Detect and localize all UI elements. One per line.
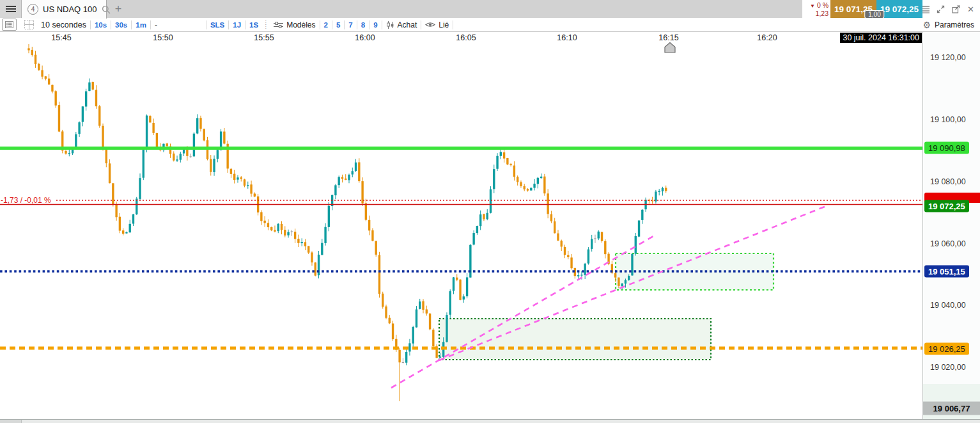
candle-body (621, 283, 623, 286)
candle-body (139, 178, 141, 199)
candle-body (324, 227, 326, 243)
layout-grid-icon[interactable] (24, 20, 34, 29)
candle-body (41, 70, 43, 77)
candle-body (54, 91, 56, 105)
tab-title: US NDAQ 100 (43, 4, 97, 14)
candle-body (412, 327, 414, 344)
settings-button[interactable]: ⚙ Paramètres (922, 20, 980, 30)
candle-body (533, 184, 535, 188)
indicator-number-5[interactable]: 5 (336, 21, 340, 29)
indicator-number-7[interactable]: 7 (348, 21, 352, 29)
candle-body (297, 239, 299, 243)
candle-body (402, 362, 404, 363)
candle-body (119, 217, 121, 231)
tf-shortcut-30s[interactable]: 30s (115, 21, 127, 29)
models-button[interactable]: Modèles (286, 20, 315, 29)
candle-body (35, 55, 36, 64)
period-shortcut-1S[interactable]: 1S (249, 21, 258, 29)
candle-body (210, 159, 212, 172)
price-badge-session-low: 19 006,77 (923, 402, 980, 415)
tab-number-badge: 4 (27, 4, 38, 15)
tf-shortcut-10s[interactable]: 10s (95, 21, 107, 29)
candlestick-chart[interactable] (0, 32, 922, 419)
candle-body (483, 214, 485, 219)
demand-zone-low-fill (439, 319, 711, 360)
period-shortcuts: SLS1J1S (210, 20, 258, 29)
indicator-number-9[interactable]: 9 (373, 21, 377, 29)
candle-body (129, 224, 131, 232)
main-menu-button[interactable] (0, 0, 22, 18)
candle-body (334, 185, 336, 195)
candle-body (577, 275, 579, 276)
candle-body (446, 315, 447, 342)
price-badge-support-navy[interactable]: 19 051,15 (924, 266, 969, 278)
candle-body (352, 171, 354, 174)
period-shortcut-SLS[interactable]: SLS (210, 21, 224, 29)
search-icon[interactable] (102, 5, 111, 14)
candle-body (233, 174, 235, 180)
candle-body (453, 277, 455, 291)
value-list-button[interactable] (2, 19, 17, 31)
candle-body (166, 143, 168, 146)
time-tick-16:15: 16:15 (658, 33, 678, 42)
new-tab-button[interactable]: + (110, 1, 127, 17)
candle-body (604, 241, 606, 254)
candle-body (149, 116, 151, 122)
candle-body (189, 156, 191, 157)
candle-body (51, 85, 53, 92)
candle-body (48, 79, 50, 84)
candle-body (463, 296, 465, 299)
candle-body (78, 122, 80, 134)
buy-button[interactable]: Achat (398, 20, 417, 29)
stacked-lines-icon[interactable] (922, 5, 929, 13)
indicator-number-2[interactable]: 2 (324, 21, 328, 29)
close-icon[interactable]: ✕ (967, 5, 974, 13)
candle-body (58, 105, 60, 131)
candle-body (109, 163, 111, 183)
candle-body (641, 210, 643, 220)
linked-button[interactable]: Lié (439, 20, 449, 29)
timeframe-current[interactable]: 10 secondes (41, 20, 86, 29)
price-badge-resistance-green[interactable]: 19 090,98 (924, 141, 969, 154)
tf-shortcut--[interactable]: - (155, 20, 157, 29)
candle-body (580, 275, 582, 275)
candle-body (509, 164, 511, 165)
candle-body (156, 133, 158, 147)
position-marker[interactable] (665, 43, 675, 53)
candle-body (315, 262, 316, 275)
candle-body (196, 118, 198, 133)
candle-body (665, 188, 667, 191)
candlestick-icon (386, 20, 394, 29)
candle-body (557, 234, 559, 241)
candle-body (405, 352, 407, 363)
candle-body (82, 106, 84, 122)
candle-body (244, 179, 245, 186)
detach-window-icon[interactable] (952, 5, 960, 13)
candle-body (426, 309, 428, 313)
candle-body (152, 123, 154, 133)
candle-body (237, 177, 238, 179)
candle-body (570, 257, 572, 268)
trendline-fan-line-steep (391, 236, 653, 388)
candle-body (638, 221, 640, 237)
period-shortcut-1J[interactable]: 1J (233, 21, 241, 29)
candle-body (398, 350, 400, 363)
indicator-number-8[interactable]: 8 (361, 21, 365, 29)
hamburger-icon (6, 4, 16, 13)
separator (131, 20, 132, 29)
tab-us-ndaq-100[interactable]: 4 US NDAQ 100 (22, 0, 107, 19)
toolbar-drag-handle[interactable]: ⋮⋮ (263, 21, 269, 28)
chart-canvas[interactable]: 15:4515:5015:5516:0016:0516:1016:1516:20… (0, 32, 922, 419)
gear-icon: ⚙ (922, 20, 931, 30)
candle-body (217, 150, 219, 159)
fullscreen-icon[interactable] (937, 5, 945, 13)
price-axis[interactable]: 19 120,0019 100,0019 080,0019 060,0019 0… (922, 32, 980, 419)
candle-body (183, 149, 185, 153)
horizontal-scrollbar[interactable] (0, 419, 980, 423)
candle-body (358, 163, 360, 181)
candle-body (416, 309, 417, 327)
candle-body (625, 280, 626, 283)
price-badge-support-orange[interactable]: 19 026,25 (924, 343, 969, 355)
candle-body (143, 150, 144, 178)
tf-shortcut-1m[interactable]: 1m (136, 21, 146, 29)
